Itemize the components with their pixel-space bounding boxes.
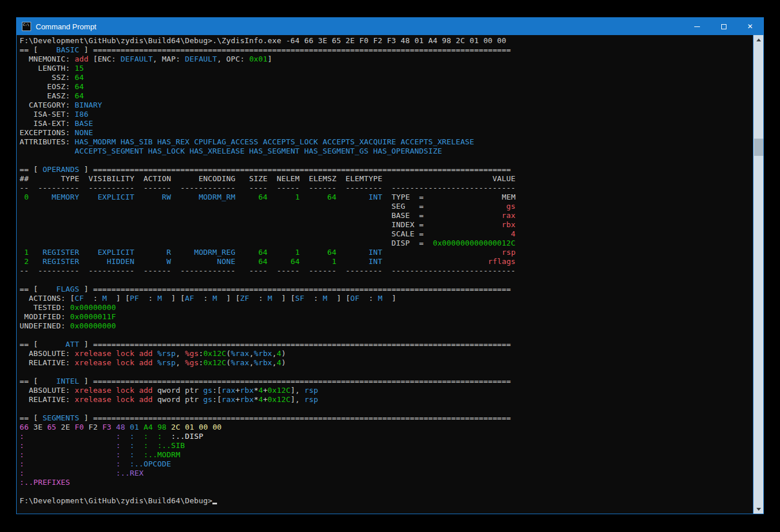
terminal-line: EOSZ: 64 [20,82,753,91]
terminal-line: SCALE = 4 [20,229,753,239]
terminal-line: BASE = rax [20,211,753,220]
terminal-line [20,487,753,496]
terminal-line: ATTRIBUTES: HAS_MODRM HAS_SIB HAS_REX CP… [20,137,753,147]
minimize-icon [694,26,700,27]
terminal-line: SSZ: 64 [20,73,753,82]
terminal-line: ACCEPTS_SEGMENT HAS_LOCK HAS_XRELEASE HA… [20,147,753,156]
terminal-line [20,331,753,340]
terminal-line: : : : : : :..DISP [20,432,753,441]
scrollbar[interactable] [753,35,763,514]
terminal-line: DISP = 0x000000000000012C [20,239,753,248]
window-title: Command Prompt [36,22,96,31]
terminal-line [20,156,753,165]
terminal-line: F:\Development\GitHub\zydis\Build64\Debu… [20,36,753,45]
terminal-line [20,275,753,285]
terminal-line: RELATIVE: xrelease lock add qword ptr gs… [20,395,753,404]
maximize-button[interactable] [710,18,737,35]
terminal-line: == [ BASIC ] ===========================… [20,45,753,55]
terminal-line [20,404,753,414]
terminal-line: 2 REGISTER HIDDEN W NONE 64 64 1 INT rfl… [20,257,753,266]
close-button[interactable]: ✕ [737,18,763,35]
scroll-up-button[interactable] [754,35,763,44]
text-cursor [212,503,217,504]
scrollbar-thumb[interactable] [754,139,763,156]
terminal-line: 66 3E 65 2E F0 F2 F3 48 01 A4 98 2C 01 0… [20,423,753,432]
terminal-line: 1 REGISTER EXPLICIT R MODRM_REG 64 1 64 … [20,248,753,257]
minimize-button[interactable] [684,18,710,35]
terminal-line: TESTED: 0x00000000 [20,303,753,312]
arrow-down-icon [756,508,761,511]
terminal-line: : : : :..MODRM [20,450,753,460]
terminal-line: CATEGORY: BINARY [20,101,753,110]
terminal-line: == [ FLAGS ] ===========================… [20,285,753,294]
title-bar[interactable]: C:\ Command Prompt ✕ [17,18,763,35]
terminal-line: ## TYPE VISIBILITY ACTION ENCODING SIZE … [20,174,753,183]
cmd-icon[interactable]: C:\ [22,22,31,31]
terminal-line: == [ INTEL ] ===========================… [20,377,753,386]
terminal-line: MNEMONIC: add [ENC: DEFAULT, MAP: DEFAUL… [20,55,753,64]
terminal-line: 0 MEMORY EXPLICIT RW MODRM_RM 64 1 64 IN… [20,193,753,202]
terminal-content: F:\Development\GitHub\zydis\Build64\Debu… [17,35,763,514]
terminal-line: ACTIONS: [CF : M ] [PF : M ] [AF : M ] [… [20,294,753,303]
terminal-line: == [ ATT ] =============================… [20,340,753,349]
scrollbar-track[interactable] [754,44,763,504]
terminal-line: MODIFIED: 0x0000011F [20,312,753,322]
terminal-window: C:\ Command Prompt ✕ F:\Development\GitH… [16,17,764,514]
terminal-line: :..PREFIXES [20,478,753,487]
terminal-line: RELATIVE: xrelease lock add %rsp, %gs:0x… [20,358,753,368]
cmd-icon-text: C:\ [22,22,29,26]
terminal-line: INDEX = rbx [20,220,753,229]
terminal-line: : :..REX [20,469,753,478]
terminal-line: F:\Development\GitHub\zydis\Build64\Debu… [20,496,753,506]
terminal-line: == [ OPERANDS ] ========================… [20,165,753,174]
terminal-line [20,368,753,377]
terminal-line: ABSOLUTE: xrelease lock add %rsp, %gs:0x… [20,349,753,358]
close-icon: ✕ [747,23,753,30]
terminal-line: ISA-SET: I86 [20,110,753,119]
terminal-line: UNDEFINED: 0x00000000 [20,322,753,331]
terminal-line: == [ SEGMENTS ] ========================… [20,414,753,423]
window-controls: ✕ [684,18,763,35]
arrow-up-icon [756,39,761,41]
terminal-line: : : :..OPCODE [20,460,753,469]
terminal-line: EXCEPTIONS: NONE [20,128,753,137]
scroll-down-button[interactable] [754,504,763,514]
terminal-line: EASZ: 64 [20,91,753,101]
terminal-line: LENGTH: 15 [20,64,753,73]
terminal-line: ISA-EXT: BASE [20,119,753,128]
terminal-line: -- --------- ---------- ------ ---------… [20,183,753,193]
terminal-line: SEG = gs [20,202,753,211]
terminal-line: : : : : :..SIB [20,441,753,450]
terminal-viewport[interactable]: F:\Development\GitHub\zydis\Build64\Debu… [17,35,753,514]
terminal-line: -- --------- ---------- ------ ---------… [20,266,753,275]
maximize-icon [721,24,726,29]
terminal-line: ABSOLUTE: xrelease lock add qword ptr gs… [20,386,753,395]
